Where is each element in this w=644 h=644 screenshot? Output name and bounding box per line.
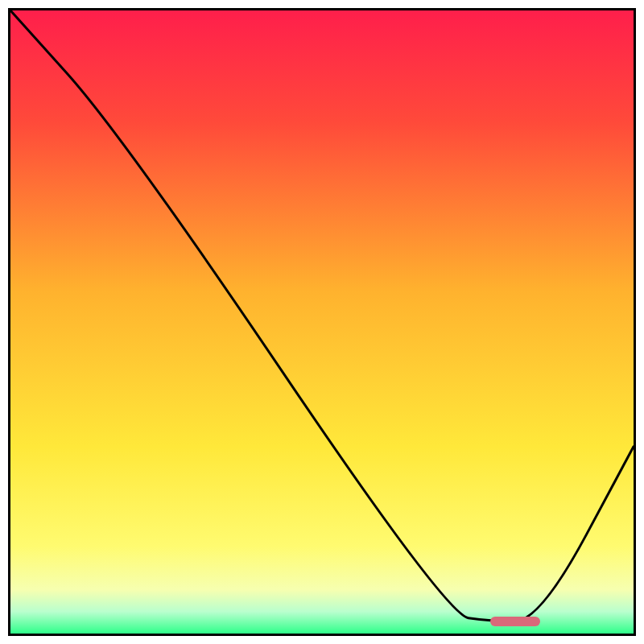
chart-frame: TheBottleneck.com [8,8,636,636]
bottleneck-curve [10,10,634,634]
optimal-range-marker [490,617,540,626]
